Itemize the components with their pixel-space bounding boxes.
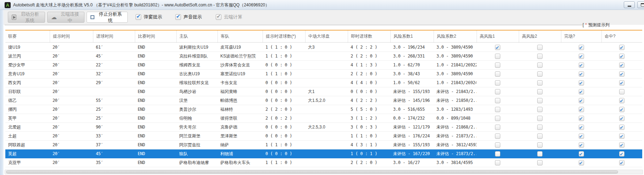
- high-risk1-checkbox[interactable]: [495, 133, 500, 139]
- table-row[interactable]: 波兰丙20′45′END克拉科维亚B队KS波德哈兰宁别茨1 ( 1 : 0 )2…: [5, 52, 642, 61]
- column-header-high-risk2[interactable]: 高风险2: [519, 31, 561, 42]
- high-risk1-checkbox[interactable]: [495, 54, 500, 59]
- cell-hit: [601, 70, 642, 78]
- column-header-home-team[interactable]: 主队: [176, 31, 218, 42]
- column-header-hit[interactable]: 命中?: [601, 31, 642, 42]
- cloud-connect-button[interactable]: ☁ 云端连接中: [47, 12, 84, 23]
- high-risk1-checkbox[interactable]: [495, 71, 500, 77]
- cell-risk-factor1: 未评估 - 176/224: [390, 132, 434, 140]
- hit-checkbox[interactable]: [619, 142, 624, 148]
- stop-analysis-button[interactable]: 停止分析系统: [87, 12, 128, 23]
- finished-checkbox[interactable]: [579, 133, 584, 139]
- high-risk2-checkbox[interactable]: [537, 71, 543, 77]
- hit-checkbox[interactable]: [619, 125, 624, 130]
- high-risk1-checkbox[interactable]: [495, 107, 500, 112]
- hit-checkbox[interactable]: [619, 62, 624, 68]
- column-header-tip-goals[interactable]: 提示时进球数(*): [263, 31, 305, 42]
- high-risk2-checkbox[interactable]: [537, 62, 543, 68]
- high-risk2-checkbox[interactable]: [537, 133, 543, 139]
- high-risk2-checkbox[interactable]: [537, 151, 543, 157]
- cloud-compute-checkbox[interactable]: 云端计算: [216, 14, 242, 20]
- cell-high-risk2: [519, 105, 561, 114]
- hit-checkbox[interactable]: [619, 116, 624, 121]
- hit-checkbox[interactable]: [619, 89, 624, 94]
- finished-checkbox[interactable]: [579, 62, 584, 68]
- high-risk1-checkbox[interactable]: [495, 116, 500, 121]
- high-risk1-checkbox[interactable]: [495, 151, 500, 157]
- popup-alert-checkbox[interactable]: 弹窗提示: [136, 14, 162, 20]
- high-risk1-checkbox[interactable]: [495, 98, 500, 103]
- high-risk1-checkbox[interactable]: [495, 160, 500, 165]
- hit-checkbox[interactable]: [619, 98, 624, 103]
- table-row[interactable]: 挪丙20′25′END奥普沙尔福林特2 ( 2 : 0 )5 ( 5 : 0 )…: [5, 105, 642, 114]
- table-row[interactable]: 克亚甲20′35′END萨格勒布迪纳摩萨格勒布火车头1 ( 1 : 0 )2 (…: [5, 158, 642, 167]
- column-header-away-team[interactable]: 客队: [218, 31, 263, 42]
- table-row[interactable]: 德乙20′55′END汉堡帕德博恩0 ( 0 : 0 )大1.5,2.04 ( …: [5, 96, 642, 105]
- scrollbar-thumb[interactable]: [6, 170, 618, 174]
- column-header-live-goals[interactable]: 即时进球数: [348, 31, 390, 42]
- hit-checkbox[interactable]: [619, 151, 624, 157]
- high-risk1-checkbox[interactable]: [495, 62, 500, 68]
- hit-checkbox[interactable]: [619, 80, 624, 86]
- hit-checkbox[interactable]: [619, 54, 624, 59]
- cell-tip-goals: 1 ( 1 : 0 ): [263, 52, 305, 60]
- cell-high-risk2: [519, 43, 561, 51]
- high-risk1-checkbox[interactable]: [495, 89, 500, 94]
- high-risk2-checkbox[interactable]: [537, 125, 543, 130]
- table-row[interactable]: 北爱超20′90′END劳夫哥尔克鲁萨德0 ( 0 : 0 )大2.5,3.03…: [5, 123, 642, 132]
- column-header-finished[interactable]: 完场?: [561, 31, 601, 42]
- maximize-button[interactable]: [637, 1, 644, 8]
- high-risk2-checkbox[interactable]: [537, 116, 543, 121]
- column-header-high-risk1[interactable]: 高风险1: [477, 31, 519, 42]
- high-risk1-checkbox[interactable]: [495, 80, 500, 86]
- column-header-goal-time[interactable]: 进球时间: [93, 31, 135, 42]
- hit-checkbox[interactable]: [619, 45, 624, 50]
- high-risk2-checkbox[interactable]: [537, 54, 543, 59]
- finished-checkbox[interactable]: [579, 89, 584, 94]
- column-header-match-time[interactable]: 比赛时间: [135, 31, 176, 42]
- hit-checkbox[interactable]: [619, 71, 624, 77]
- start-analysis-button[interactable]: 启动分析系统: [8, 12, 45, 23]
- high-risk2-checkbox[interactable]: [537, 142, 543, 148]
- table-row[interactable]: 意青U1920′32′END古比奥U19塞里诺拉U191 ( 1 : 0 )2 …: [5, 70, 642, 78]
- column-header-risk-factor2[interactable]: 风险系数2: [434, 31, 477, 42]
- finished-checkbox[interactable]: [579, 71, 584, 77]
- high-risk2-checkbox[interactable]: [537, 45, 543, 50]
- column-header-league[interactable]: 联赛: [5, 31, 50, 42]
- table-row[interactable]: 英甲20′25′END伯明翰彼得堡联2 ( 0 : 2 )3 ( 1 : 2 )…: [5, 114, 642, 123]
- high-risk2-checkbox[interactable]: [537, 80, 543, 86]
- column-header-halftime-line[interactable]: 中场大球盘: [305, 31, 348, 42]
- table-row[interactable]: 爱沙女甲20′22′END维姆西女足沙库体育会女足0 ( 0 : 0 )4 ( …: [5, 61, 642, 70]
- high-risk2-checkbox[interactable]: [537, 89, 543, 94]
- hit-checkbox[interactable]: [619, 107, 624, 112]
- finished-checkbox[interactable]: [579, 54, 584, 59]
- high-risk2-checkbox[interactable]: [537, 107, 543, 112]
- table-row[interactable]: 英超20′45′END狼队利物浦0 ( 0 : 0 )1 ( 0 : 1 )未评…: [5, 149, 642, 158]
- finished-checkbox[interactable]: [579, 151, 584, 157]
- table-row[interactable]: 土超20′33′END阿兰亚斯堡里泽斯堡0 ( 0 : 0 )1 ( 1 : 0…: [5, 132, 642, 141]
- high-risk1-checkbox[interactable]: [495, 125, 500, 130]
- table-row[interactable]: 日职联20′END鸟栖沙岩福冈黄蜂0 ( 0 : 0 )大10 ( 0 : 0 …: [5, 87, 642, 96]
- column-header-tip-time[interactable]: 提示时间: [50, 31, 93, 42]
- high-risk1-checkbox[interactable]: [495, 45, 500, 50]
- finished-checkbox[interactable]: [579, 107, 584, 112]
- finished-checkbox[interactable]: [579, 142, 584, 148]
- minimize-button[interactable]: [624, 1, 635, 8]
- table-row[interactable]: 捷U1920′61′END波利斯拉夫U19皮耳森U191 ( 1 : 0 )大3…: [5, 43, 642, 52]
- high-risk2-checkbox[interactable]: [537, 98, 543, 103]
- hit-checkbox[interactable]: [619, 133, 624, 139]
- finished-checkbox[interactable]: [579, 125, 584, 130]
- high-risk1-checkbox[interactable]: [495, 142, 500, 148]
- finished-checkbox[interactable]: [579, 80, 584, 86]
- finished-checkbox[interactable]: [579, 45, 584, 50]
- sound-alert-checkbox[interactable]: 声音提示: [175, 14, 202, 20]
- finished-checkbox[interactable]: [579, 160, 584, 165]
- high-risk2-checkbox[interactable]: [537, 160, 543, 165]
- column-header-risk-factor1[interactable]: 风险系数1: [390, 31, 434, 42]
- finished-checkbox[interactable]: [579, 116, 584, 121]
- table-row[interactable]: 西女丙20′29′END维埃拉联邦女足卡当女足0 ( 0 : 0 )4 ( 4 …: [5, 78, 642, 87]
- finished-checkbox[interactable]: [579, 98, 584, 103]
- hit-checkbox[interactable]: [619, 160, 624, 165]
- horizontal-scrollbar[interactable]: [5, 170, 643, 174]
- table-row[interactable]: 阿联酋超20′37′END阿尔贾兹拉纳萨1 ( 1 : 0 )4 ( 3 : 1…: [5, 141, 642, 149]
